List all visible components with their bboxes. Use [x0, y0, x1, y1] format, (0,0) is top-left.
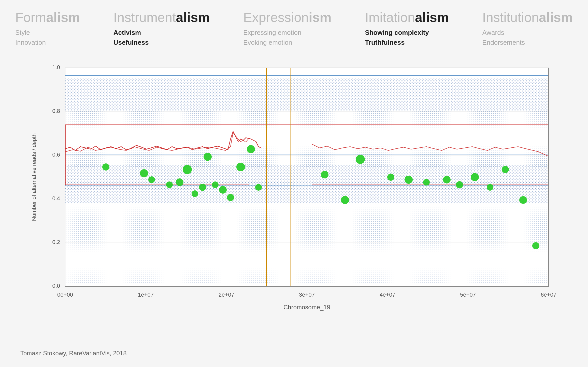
- svg-text:Chromosome_19: Chromosome_19: [283, 304, 330, 311]
- svg-point-57: [356, 155, 365, 164]
- svg-text:0.4: 0.4: [52, 195, 60, 202]
- svg-text:5e+07: 5e+07: [460, 292, 476, 298]
- header-item-formalism: Formalism StyleInnovation: [15, 10, 80, 48]
- header-item-institutionalism: Institutionalism AwardsEndorsements: [482, 10, 573, 48]
- title-institutionalism: Institutionalism: [482, 10, 573, 25]
- title-bold: alism: [415, 10, 449, 25]
- chart-container: 1.0 0.8 0.6 0.4 0.2 0.0 0e+00 1e+07 2e+0…: [27, 60, 561, 327]
- svg-text:0.6: 0.6: [52, 151, 60, 158]
- subtitle-expressionism: Expressing emotionEvoking emotion: [243, 28, 332, 48]
- svg-rect-29: [65, 203, 548, 253]
- sub2: Usefulness: [113, 39, 149, 46]
- svg-point-65: [502, 166, 509, 173]
- svg-point-63: [471, 173, 479, 181]
- sub2: Truthfulness: [365, 39, 405, 46]
- title-prefix: Imitation: [365, 10, 415, 25]
- svg-point-62: [456, 181, 463, 188]
- header: Formalism StyleInnovation Instrumentalis…: [0, 0, 588, 53]
- svg-point-67: [532, 242, 539, 249]
- svg-text:0.0: 0.0: [52, 283, 60, 289]
- header-item-imitationalism: Imitationalism Showing complexity Truthf…: [365, 10, 449, 48]
- svg-text:6e+07: 6e+07: [541, 292, 556, 298]
- svg-point-40: [102, 163, 109, 171]
- title-imitationalism: Imitationalism: [365, 10, 449, 25]
- svg-point-44: [176, 178, 183, 186]
- title-bold: alism: [539, 10, 573, 25]
- chart-svg: 1.0 0.8 0.6 0.4 0.2 0.0 0e+00 1e+07 2e+0…: [27, 60, 587, 327]
- svg-point-43: [166, 181, 173, 188]
- svg-text:2e+07: 2e+07: [219, 292, 234, 298]
- svg-text:3e+07: 3e+07: [299, 292, 315, 298]
- sub1: Activism: [113, 29, 141, 36]
- svg-text:1e+07: 1e+07: [138, 292, 154, 298]
- svg-point-45: [183, 165, 192, 174]
- title-bold: ism: [309, 10, 332, 25]
- svg-point-58: [387, 174, 394, 181]
- svg-rect-32: [312, 182, 549, 190]
- svg-text:4e+07: 4e+07: [380, 292, 395, 298]
- title-prefix: Instrument: [113, 10, 176, 25]
- title-expressionism: Expressionism: [243, 10, 332, 25]
- svg-point-59: [405, 176, 413, 184]
- svg-text:0e+00: 0e+00: [57, 292, 73, 298]
- svg-point-48: [204, 153, 212, 161]
- svg-point-66: [519, 196, 527, 204]
- subtitle-imitationalism: Showing complexity Truthfulness: [365, 28, 449, 48]
- svg-point-51: [227, 194, 234, 201]
- svg-text:0.2: 0.2: [52, 239, 60, 245]
- footer-text: Tomasz Stokowy, RareVariantVis, 2018: [20, 350, 127, 357]
- title-prefix: Expression: [243, 10, 309, 25]
- svg-text:0.8: 0.8: [52, 108, 60, 114]
- svg-point-50: [219, 186, 227, 194]
- svg-point-53: [247, 145, 255, 153]
- title-instrumentalism: Instrumentalism: [113, 10, 210, 25]
- svg-point-41: [140, 169, 148, 177]
- svg-point-55: [321, 171, 328, 178]
- subtitle-institutionalism: AwardsEndorsements: [482, 28, 573, 48]
- svg-point-49: [212, 181, 219, 188]
- title-bold: alism: [176, 10, 210, 25]
- svg-point-42: [148, 176, 155, 183]
- subtitle-formalism: StyleInnovation: [15, 28, 80, 48]
- svg-point-64: [487, 184, 493, 191]
- svg-point-61: [443, 176, 451, 184]
- header-item-expressionism: Expressionism Expressing emotionEvoking …: [243, 10, 332, 48]
- svg-point-56: [341, 196, 349, 204]
- svg-point-47: [199, 184, 206, 191]
- svg-point-60: [423, 179, 430, 186]
- title-prefix: Institution: [482, 10, 539, 25]
- svg-point-46: [192, 190, 198, 197]
- svg-rect-28: [65, 111, 548, 167]
- title-prefix: Form: [15, 10, 46, 25]
- svg-point-54: [255, 184, 262, 191]
- svg-rect-30: [65, 253, 548, 284]
- title-bold: alism: [46, 10, 80, 25]
- svg-text:Number of alternative reads / : Number of alternative reads / depth: [31, 133, 37, 221]
- title-formalism: Formalism: [15, 10, 80, 25]
- svg-text:1.0: 1.0: [52, 64, 60, 70]
- svg-point-52: [236, 163, 245, 171]
- header-item-instrumentalism: Instrumentalism Activism Usefulness: [113, 10, 210, 48]
- subtitle-instrumentalism: Activism Usefulness: [113, 28, 210, 48]
- sub1: Showing complexity: [365, 29, 429, 36]
- svg-rect-26: [65, 78, 548, 111]
